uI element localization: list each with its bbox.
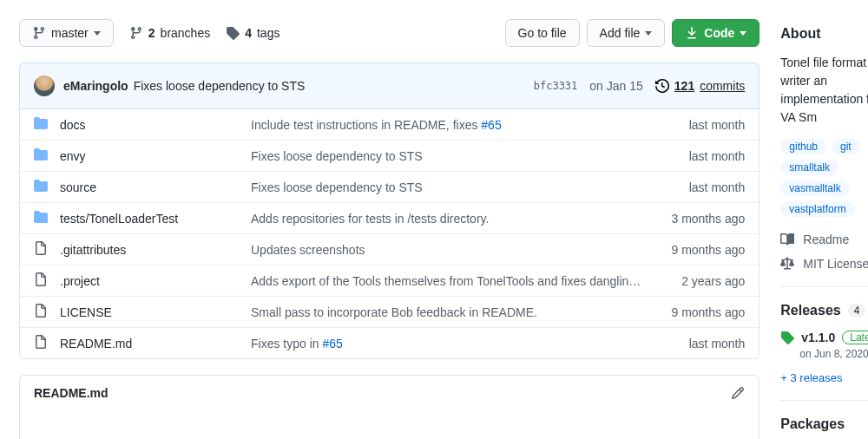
book-icon [780, 233, 794, 246]
file-link[interactable]: .gitattributes [60, 243, 126, 257]
commit-message-link[interactable]: Fixes loose dependency to STS [251, 180, 641, 194]
release-date: on Jun 8, 2020 [799, 348, 868, 360]
add-file-button[interactable]: Add file [587, 19, 666, 47]
commit-message-link[interactable]: Fixes loose dependency to STS [251, 149, 641, 163]
folder-icon [34, 116, 48, 133]
commit-author[interactable]: eMaringolo [63, 79, 128, 93]
table-row: sourceFixes loose dependency to STSlast … [20, 171, 759, 202]
file-icon [34, 335, 48, 351]
branch-select-button[interactable]: master [19, 19, 114, 47]
topic-tag[interactable]: smalltalk [780, 160, 838, 175]
sidebar: About Tonel file format writer an implem… [780, 19, 868, 439]
packages-heading[interactable]: Packages [780, 416, 868, 432]
tag-icon [226, 26, 240, 40]
table-row: tests/TonelLoaderTestAdds repositories f… [20, 202, 759, 233]
commit-count: 121 [674, 79, 694, 93]
add-file-label: Add file [600, 24, 641, 42]
topics-list: githubgitsmalltalkvasmalltalkvastplatfor… [780, 139, 868, 217]
code-label: Code [704, 24, 734, 42]
readme-link-label: Readme [803, 233, 849, 246]
release-version: v1.1.0 [801, 331, 835, 344]
readme-box: README.md Tonel for VAST Platform (VA Sm… [19, 375, 760, 439]
commit-message-link[interactable]: Adds export of the Tools themselves from… [251, 274, 641, 288]
topic-tag[interactable]: vastplatform [780, 201, 854, 217]
table-row: LICENSESmall pass to incorporate Bob fee… [20, 296, 759, 327]
commit-message-link[interactable]: Small pass to incorporate Bob feedback i… [251, 305, 641, 319]
file-list: docsInclude test instructions in README,… [19, 109, 760, 359]
latest-commit-bar: eMaringolo Fixes loose dependency to STS… [19, 62, 760, 109]
readme-link[interactable]: Readme [780, 233, 868, 246]
commit-message-link[interactable]: Include test instructions in README, fix… [251, 118, 641, 132]
go-to-file-button[interactable]: Go to file [505, 19, 580, 47]
file-link[interactable]: .project [60, 274, 100, 288]
caret-down-icon [645, 31, 652, 36]
file-date: 2 years ago [641, 274, 745, 288]
avatar[interactable] [34, 75, 55, 96]
branch-name: master [51, 24, 89, 42]
file-link[interactable]: tests/TonelLoaderTest [60, 212, 178, 226]
file-link[interactable]: envy [60, 149, 86, 163]
history-icon [655, 79, 669, 93]
tags-label: tags [257, 26, 279, 40]
file-date: 3 months ago [641, 212, 745, 226]
commits-link[interactable]: 121 commits [655, 79, 745, 93]
file-date: 9 months ago [641, 305, 745, 319]
about-title: About [780, 26, 868, 42]
file-date: last month [641, 337, 745, 351]
file-date: last month [641, 149, 745, 163]
license-link-label: MIT License [803, 257, 868, 271]
latest-release-link[interactable]: v1.1.0 Latest [780, 331, 868, 344]
branches-link[interactable]: 2 branches [129, 26, 210, 40]
law-icon [780, 257, 794, 271]
table-row: .gitattributesUpdates screenshots9 month… [20, 233, 759, 265]
action-bar: master 2 branches 4 tags Go to file [19, 19, 760, 47]
commit-message-link[interactable]: Fixes typo in #65 [251, 337, 641, 351]
releases-title: Releases [780, 303, 840, 318]
tags-link[interactable]: 4 tags [226, 26, 279, 40]
topic-tag[interactable]: git [832, 139, 860, 154]
download-icon [685, 26, 699, 40]
more-releases-link[interactable]: + 3 releases [780, 371, 842, 384]
file-date: 9 months ago [641, 243, 745, 257]
caret-down-icon [740, 31, 746, 36]
branches-label: branches [161, 26, 211, 40]
file-link[interactable]: LICENSE [60, 305, 112, 319]
file-link[interactable]: source [60, 180, 96, 194]
commit-hash[interactable]: bfc3331 [534, 80, 578, 92]
go-to-file-label: Go to file [518, 24, 567, 42]
commit-count-label: commits [700, 79, 745, 93]
folder-icon [34, 210, 48, 226]
file-icon [34, 272, 48, 289]
commit-message-link[interactable]: Updates screenshots [251, 243, 641, 257]
folder-icon [34, 179, 48, 195]
commit-message[interactable]: Fixes loose dependency to STS [134, 79, 306, 93]
issue-link[interactable]: #65 [481, 118, 501, 132]
about-description: Tonel file format writer an implementati… [780, 54, 868, 127]
code-button[interactable]: Code [672, 19, 760, 47]
git-branch-icon [32, 26, 46, 40]
git-branch-icon [129, 26, 143, 40]
license-link[interactable]: MIT License [780, 257, 868, 271]
readme-filename[interactable]: README.md [34, 386, 108, 400]
commit-message-link[interactable]: Adds repositories for tests in /tests di… [251, 212, 641, 226]
file-icon [34, 304, 48, 320]
releases-heading[interactable]: Releases 4 [780, 303, 868, 318]
pencil-icon[interactable] [731, 386, 745, 400]
table-row: docsInclude test instructions in README,… [20, 109, 759, 140]
commit-date: on Jan 15 [589, 79, 643, 93]
issue-link[interactable]: #65 [322, 337, 342, 351]
table-row: envyFixes loose dependency to STSlast mo… [20, 140, 759, 171]
topic-tag[interactable]: github [780, 139, 826, 154]
caret-down-icon [94, 31, 101, 36]
file-date: last month [641, 180, 745, 194]
folder-icon [34, 147, 48, 164]
file-icon [34, 241, 48, 258]
file-date: last month [641, 118, 745, 132]
tag-icon [780, 331, 794, 344]
tags-count: 4 [245, 26, 252, 40]
topic-tag[interactable]: vasmalltalk [780, 180, 849, 196]
file-link[interactable]: docs [60, 118, 86, 132]
file-link[interactable]: README.md [60, 337, 132, 351]
table-row: README.mdFixes typo in #65last month [20, 327, 759, 358]
latest-badge: Latest [842, 331, 868, 344]
